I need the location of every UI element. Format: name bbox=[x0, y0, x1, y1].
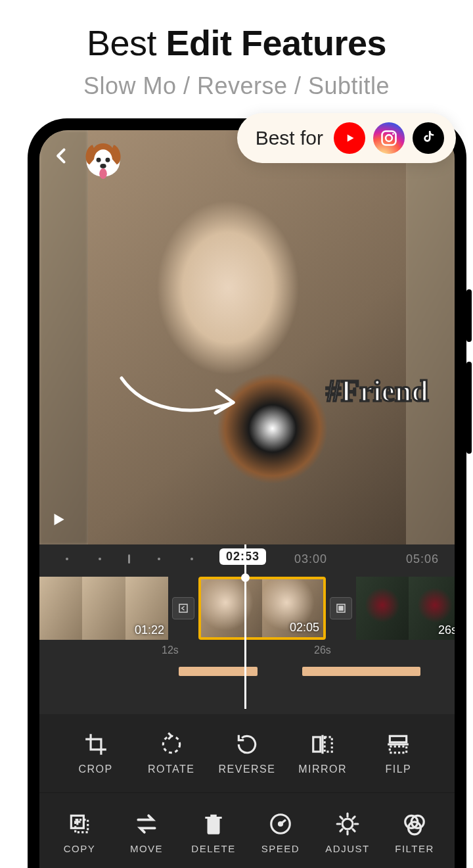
svg-line-34 bbox=[340, 816, 342, 818]
filter-button[interactable]: FILTER bbox=[385, 811, 444, 854]
clip-thumbnail[interactable]: 01:22 bbox=[39, 577, 168, 640]
tool-label: ADJUST bbox=[325, 843, 369, 854]
svg-point-3 bbox=[392, 133, 394, 135]
move-button[interactable]: MOVE bbox=[117, 811, 176, 854]
headline: Best Edit Features bbox=[0, 22, 473, 63]
timeline-marker: 03:00 bbox=[294, 552, 327, 566]
tool-label: FILTER bbox=[395, 843, 434, 854]
svg-point-29 bbox=[342, 819, 353, 829]
mirror-button[interactable]: MIRROR bbox=[291, 732, 354, 775]
transition-button[interactable] bbox=[330, 597, 352, 619]
transition-button[interactable] bbox=[172, 597, 194, 619]
svg-rect-16 bbox=[313, 736, 321, 751]
svg-point-8 bbox=[105, 158, 110, 162]
phone-side-button bbox=[466, 289, 472, 342]
preview-blur-left bbox=[39, 130, 88, 544]
play-button[interactable] bbox=[50, 511, 67, 533]
audio-segment[interactable] bbox=[302, 667, 420, 676]
delete-button[interactable]: DELETE bbox=[184, 811, 243, 854]
timeline-marker: 05:06 bbox=[406, 552, 439, 566]
back-button[interactable] bbox=[53, 145, 71, 170]
timeline-current-time: 02:53 bbox=[219, 548, 266, 565]
svg-rect-20 bbox=[390, 746, 407, 753]
segment-label: 26s bbox=[314, 644, 331, 656]
svg-point-2 bbox=[386, 135, 392, 141]
tool-label: ROTATE bbox=[148, 763, 195, 775]
clip-duration: 01:22 bbox=[135, 623, 164, 637]
speed-button[interactable]: SPEED bbox=[251, 811, 310, 854]
segment-label: 12s bbox=[162, 644, 179, 656]
tool-row-primary: CROP ROTATE REVERSE MIRROR FILP bbox=[39, 714, 455, 793]
phone-side-button bbox=[466, 362, 472, 454]
segment-labels: 12s 26s bbox=[39, 643, 455, 660]
clip-thumbnail-selected[interactable]: 02:05 bbox=[198, 577, 326, 640]
instagram-icon bbox=[373, 122, 405, 154]
svg-point-28 bbox=[279, 822, 282, 825]
svg-point-15 bbox=[163, 736, 179, 752]
clip-duration: 26s bbox=[438, 623, 455, 637]
tool-label: DELETE bbox=[191, 843, 235, 854]
phone-frame: #Friend 02:53 03:00 05:06 01:22 bbox=[28, 118, 466, 868]
video-preview[interactable]: #Friend bbox=[39, 130, 455, 544]
best-for-label: Best for bbox=[256, 127, 323, 149]
tool-label: MOVE bbox=[130, 843, 163, 854]
clip-thumbnail[interactable]: 26s bbox=[356, 577, 455, 640]
svg-line-37 bbox=[353, 816, 355, 818]
svg-rect-14 bbox=[339, 606, 343, 610]
svg-point-10 bbox=[99, 168, 107, 179]
svg-point-9 bbox=[100, 164, 106, 168]
arrow-annotation-icon bbox=[118, 375, 250, 427]
svg-point-7 bbox=[97, 158, 101, 162]
best-for-pill: Best for bbox=[237, 113, 456, 163]
timeline-ruler[interactable]: 02:53 03:00 05:06 bbox=[39, 544, 455, 573]
crop-button[interactable]: CROP bbox=[64, 732, 127, 775]
svg-line-36 bbox=[340, 829, 342, 831]
preview-photo bbox=[88, 130, 406, 544]
svg-rect-17 bbox=[325, 736, 332, 751]
tool-label: REVERSE bbox=[218, 763, 275, 775]
headline-pre: Best bbox=[87, 23, 166, 62]
svg-line-35 bbox=[353, 829, 355, 831]
adjust-button[interactable]: ADJUST bbox=[318, 811, 377, 854]
svg-marker-0 bbox=[348, 135, 354, 142]
phone-screen: #Friend 02:53 03:00 05:06 01:22 bbox=[39, 130, 455, 868]
headline-bold: Edit Features bbox=[166, 23, 386, 62]
playhead[interactable] bbox=[244, 544, 246, 709]
tiktok-icon bbox=[413, 122, 444, 154]
svg-marker-11 bbox=[55, 514, 64, 525]
hashtag-overlay[interactable]: #Friend bbox=[326, 374, 428, 408]
tool-row-secondary: COPY MOVE DELETE SPEED ADJUST FILTER bbox=[39, 793, 455, 868]
svg-rect-19 bbox=[390, 736, 407, 742]
rotate-button[interactable]: ROTATE bbox=[140, 732, 203, 775]
flip-button[interactable]: FILP bbox=[367, 732, 430, 775]
preview-blur-right bbox=[406, 130, 455, 544]
reverse-button[interactable]: REVERSE bbox=[215, 732, 279, 775]
clip-duration: 02:05 bbox=[290, 621, 319, 635]
audio-track[interactable] bbox=[39, 660, 455, 684]
tool-label: FILP bbox=[385, 763, 411, 775]
subheadline: Slow Mo / Reverse / Subtitle bbox=[0, 72, 473, 100]
tool-label: SPEED bbox=[261, 843, 300, 854]
tool-label: CROP bbox=[78, 763, 112, 775]
svg-rect-12 bbox=[179, 604, 187, 612]
tool-label: MIRROR bbox=[298, 763, 347, 775]
youtube-icon bbox=[334, 122, 365, 154]
copy-button[interactable]: COPY bbox=[50, 811, 109, 854]
dog-sticker-icon[interactable] bbox=[79, 134, 127, 183]
tool-label: COPY bbox=[64, 843, 96, 854]
clip-strip[interactable]: 01:22 02:05 26s bbox=[39, 573, 455, 643]
